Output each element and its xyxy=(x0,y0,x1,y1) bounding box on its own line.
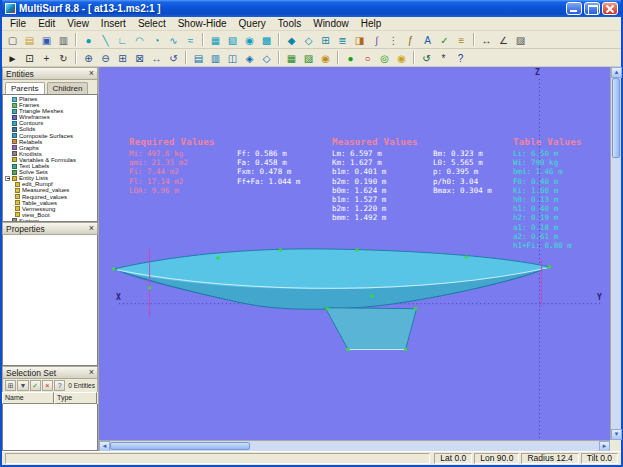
graph-icon[interactable]: ∫ xyxy=(369,32,385,48)
vscroll-thumb[interactable] xyxy=(612,78,620,158)
contours-icon xyxy=(12,121,17,126)
solid-icon[interactable]: ◆ xyxy=(284,32,300,48)
open-folder-icon[interactable]: ▤ xyxy=(22,32,38,48)
view-top-icon[interactable]: ▤ xyxy=(191,50,207,66)
hide-entity-icon[interactable]: ○ xyxy=(360,50,376,66)
selection-close-icon[interactable]: × xyxy=(89,368,94,377)
zoom-window-icon[interactable]: ⊞ xyxy=(115,50,131,66)
new-file-icon[interactable]: ▢ xyxy=(5,32,21,48)
zoom-fit-icon[interactable]: ⊠ xyxy=(132,50,148,66)
toolbar-separator xyxy=(473,33,475,46)
sel-remove-icon[interactable]: × xyxy=(42,380,53,391)
ruled-surface-icon[interactable]: ▧ xyxy=(225,32,241,48)
sel-list-icon[interactable]: ⊞ xyxy=(5,380,16,391)
column-header-type[interactable]: Type xyxy=(54,392,97,404)
rotate-icon[interactable]: ↻ xyxy=(56,50,72,66)
title-bar[interactable]: MultiSurf 8.8 - [ at13-1.ms2:1 ] xyxy=(2,0,621,17)
sel-help-icon[interactable]: ? xyxy=(54,380,65,391)
selection-list[interactable] xyxy=(2,404,98,451)
menu-edit[interactable]: Edit xyxy=(32,17,61,31)
viewport-hscrollbar[interactable]: ◄ ► xyxy=(99,440,610,451)
select-arrow-icon[interactable]: ► xyxy=(5,50,21,66)
variables-icon[interactable]: ƒ xyxy=(403,32,419,48)
tab-children[interactable]: Children xyxy=(47,82,89,94)
polyline-icon[interactable]: ∟ xyxy=(115,32,131,48)
arc-icon[interactable]: ◠ xyxy=(132,32,148,48)
help-icon[interactable]: ? xyxy=(453,50,469,66)
plane-icon[interactable]: ◇ xyxy=(301,32,317,48)
hscroll-thumb[interactable] xyxy=(110,442,250,450)
menu-view[interactable]: View xyxy=(61,17,95,31)
value-line: Ff: 0.586 m xyxy=(237,149,300,158)
tab-parents[interactable]: Parents xyxy=(5,82,45,94)
line-icon[interactable]: ╲ xyxy=(98,32,114,48)
sel-check-icon[interactable]: ✓ xyxy=(30,380,41,391)
properties-close-icon[interactable]: × xyxy=(89,224,94,233)
entities-panel-header: Entities × xyxy=(2,67,98,80)
menu-query[interactable]: Query xyxy=(233,17,272,31)
column-header-name[interactable]: Name xyxy=(2,392,54,404)
orbit-icon[interactable]: ↺ xyxy=(166,50,182,66)
render-mode-icon[interactable]: ◉ xyxy=(318,50,334,66)
zoom-out-icon[interactable]: ⊖ xyxy=(98,50,114,66)
visibility-icon[interactable]: ◉ xyxy=(394,50,410,66)
hscroll-track[interactable] xyxy=(110,441,599,451)
mesh-icon[interactable]: ▩ xyxy=(259,32,275,48)
print-icon[interactable]: ▥ xyxy=(56,32,72,48)
menu-select[interactable]: Select xyxy=(132,17,172,31)
scroll-down-icon[interactable]: ▼ xyxy=(611,429,622,440)
pan-icon[interactable]: ↔ xyxy=(149,50,165,66)
view-right-icon[interactable]: ◫ xyxy=(225,50,241,66)
entity-list-icon[interactable]: ≡ xyxy=(454,32,470,48)
entities-close-icon[interactable]: × xyxy=(89,69,94,78)
viewport-3d[interactable]: Required Values Mi: 497.6 kgami: 21.35 m… xyxy=(99,67,610,440)
measure-icon[interactable]: ↔ xyxy=(479,32,495,48)
close-button[interactable] xyxy=(602,2,618,15)
show-entity-icon[interactable]: ● xyxy=(343,50,359,66)
toolbar-separator xyxy=(413,51,415,64)
menu-insert[interactable]: Insert xyxy=(95,17,132,31)
frame-icon[interactable]: ⊞ xyxy=(318,32,334,48)
view-front-icon[interactable]: ▥ xyxy=(208,50,224,66)
list-entity-icon xyxy=(15,206,20,211)
report-icon[interactable]: ▨ xyxy=(513,32,529,48)
value-line: F0: 0.40 m xyxy=(513,177,572,186)
angle-icon[interactable]: ∠ xyxy=(496,32,512,48)
text-label-icon[interactable]: A xyxy=(420,32,436,48)
menu-tools[interactable]: Tools xyxy=(272,17,307,31)
surface-icon[interactable]: ▦ xyxy=(208,32,224,48)
translate-icon[interactable]: + xyxy=(39,50,55,66)
view-iso-icon[interactable]: ◈ xyxy=(242,50,258,66)
relabel-icon[interactable]: ◨ xyxy=(352,32,368,48)
settings-icon[interactable]: * xyxy=(436,50,452,66)
maximize-button[interactable] xyxy=(584,2,600,15)
minimize-button[interactable] xyxy=(566,2,582,15)
sel-filter-icon[interactable]: ▼ xyxy=(17,380,28,391)
vscroll-track[interactable] xyxy=(611,78,621,429)
refresh-icon[interactable]: ↺ xyxy=(419,50,435,66)
conic-icon[interactable]: ◔ xyxy=(149,32,165,48)
viewport-vscrollbar[interactable]: ▲ ▼ xyxy=(610,67,621,440)
knotlist-icon[interactable]: ⋮ xyxy=(386,32,402,48)
value-line: Wi: 790 kg xyxy=(513,158,572,167)
menu-window[interactable]: Window xyxy=(307,17,355,31)
zoom-in-icon[interactable]: ⊕ xyxy=(81,50,97,66)
solve-set-icon[interactable]: ✓ xyxy=(437,32,453,48)
menu-show-hide[interactable]: Show-Hide xyxy=(172,17,233,31)
revolve-surface-icon[interactable]: ◉ xyxy=(242,32,258,48)
select-box-icon[interactable]: ⊡ xyxy=(22,50,38,66)
contour-icon[interactable]: ≣ xyxy=(335,32,351,48)
value-line: h1+Fi: 0.80 m xyxy=(513,241,572,250)
scroll-up-icon[interactable]: ▲ xyxy=(611,67,622,78)
point-icon[interactable]: ● xyxy=(81,32,97,48)
spline-icon[interactable]: ∿ xyxy=(166,32,182,48)
menu-file[interactable]: File xyxy=(4,17,32,31)
collapse-toggle-icon[interactable] xyxy=(5,176,10,181)
shaded-mode-icon[interactable]: ▨ xyxy=(301,50,317,66)
perspective-icon[interactable]: ◇ xyxy=(259,50,275,66)
show-all-icon[interactable]: ◎ xyxy=(377,50,393,66)
save-icon[interactable]: ▣ xyxy=(39,32,55,48)
wireframe-mode-icon[interactable]: ▦ xyxy=(284,50,300,66)
curve-icon[interactable]: ≈ xyxy=(183,32,199,48)
menu-help[interactable]: Help xyxy=(355,17,388,31)
